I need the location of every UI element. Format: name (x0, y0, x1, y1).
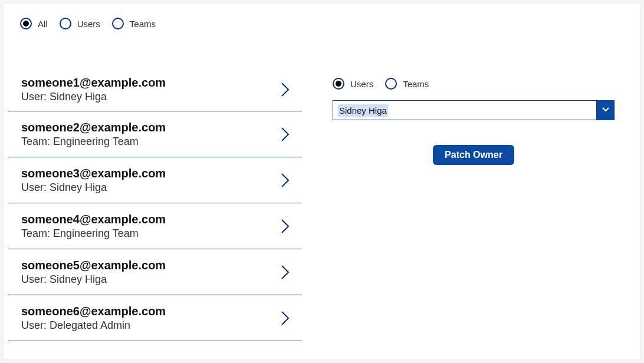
owner-type-radio-group: UsersTeams (333, 78, 615, 90)
top-filter-radio-group: AllUsersTeams (20, 18, 156, 29)
owner-select[interactable]: Sidney Higa (333, 100, 615, 120)
record-text-column: someone4@example.comTeam: Engineering Te… (21, 212, 166, 240)
top-filter-radio-teams[interactable]: Teams (112, 18, 156, 29)
record-row[interactable]: someone4@example.comTeam: Engineering Te… (8, 203, 302, 249)
record-owner: User: Delegated Admin (21, 319, 166, 332)
chevron-right-icon (280, 126, 291, 143)
top-filter-radio-users[interactable]: Users (60, 18, 100, 29)
patch-owner-button[interactable]: Patch Owner (433, 145, 514, 165)
record-email: someone1@example.com (21, 75, 166, 90)
record-row[interactable]: someone1@example.comUser: Sidney Higa (8, 62, 302, 111)
owner-select-dropdown-button[interactable] (596, 100, 614, 120)
records-pane: someone1@example.comUser: Sidney Higasom… (4, 62, 304, 359)
chevron-right-icon (280, 309, 291, 327)
owner-type-radio-label-users: Users (350, 79, 373, 89)
record-row[interactable]: someone6@example.comUser: Delegated Admi… (8, 295, 302, 341)
record-row[interactable]: someone2@example.comTeam: Engineering Te… (8, 111, 302, 157)
record-text-column: someone5@example.comUser: Sidney Higa (21, 258, 166, 286)
record-owner: Team: Engineering Team (21, 135, 166, 148)
top-filter-radio-label-users: Users (77, 19, 100, 29)
record-email: someone5@example.com (21, 258, 166, 273)
record-email: someone4@example.com (21, 212, 166, 227)
record-row[interactable]: someone5@example.comUser: Sidney Higa (8, 249, 302, 295)
owner-type-radio-users[interactable]: Users (333, 78, 373, 90)
radio-circle-icon (333, 78, 344, 90)
top-filter-row: AllUsersTeams (4, 4, 640, 34)
chevron-down-icon (601, 104, 610, 116)
record-text-column: someone3@example.comUser: Sidney Higa (21, 166, 166, 194)
radio-circle-icon (385, 78, 397, 90)
top-filter-radio-label-teams: Teams (130, 19, 156, 29)
record-email: someone2@example.com (21, 120, 166, 135)
record-text-column: someone6@example.comUser: Delegated Admi… (21, 304, 166, 332)
chevron-right-icon (280, 263, 291, 281)
chevron-right-icon (280, 217, 291, 235)
records-list[interactable]: someone1@example.comUser: Sidney Higasom… (8, 62, 304, 359)
radio-dot-icon (336, 81, 341, 87)
owner-type-radio-teams[interactable]: Teams (385, 78, 429, 90)
record-owner: User: Sidney Higa (21, 181, 166, 194)
chevron-right-icon (280, 171, 291, 189)
record-email: someone3@example.com (21, 166, 166, 181)
record-owner: User: Sidney Higa (21, 273, 166, 286)
radio-circle-icon (20, 18, 32, 29)
owner-select-value: Sidney Higa (333, 105, 596, 116)
owner-type-radio-label-teams: Teams (403, 79, 429, 89)
record-text-column: someone1@example.comUser: Sidney Higa (21, 75, 166, 104)
record-email: someone6@example.com (21, 304, 166, 319)
top-filter-radio-label-all: All (38, 19, 48, 29)
radio-circle-icon (60, 18, 71, 29)
chevron-right-icon (280, 81, 291, 98)
radio-circle-icon (112, 18, 124, 29)
owner-select-value-text: Sidney Higa (338, 104, 388, 117)
record-owner: User: Sidney Higa (21, 90, 166, 104)
content-split: someone1@example.comUser: Sidney Higasom… (4, 62, 640, 359)
record-owner: Team: Engineering Team (21, 227, 166, 240)
top-filter-radio-all[interactable]: All (20, 18, 48, 29)
app-frame: AllUsersTeams someone1@example.comUser: … (3, 3, 641, 360)
record-row[interactable]: someone3@example.comUser: Sidney Higa (8, 157, 302, 203)
action-row: Patch Owner (333, 145, 615, 165)
record-text-column: someone2@example.comTeam: Engineering Te… (21, 120, 166, 148)
owner-pane: UsersTeams Sidney Higa Patch Owner (304, 62, 640, 359)
radio-dot-icon (23, 21, 29, 27)
